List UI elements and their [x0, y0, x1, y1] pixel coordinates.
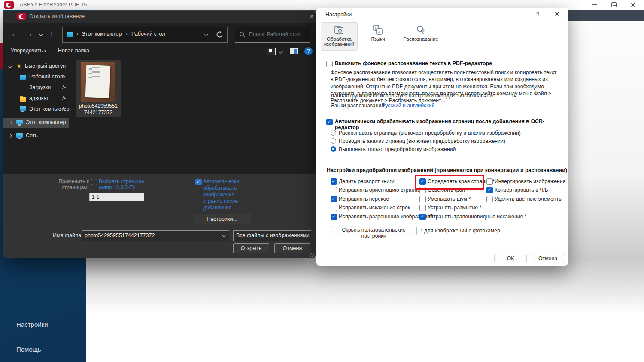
tab-languages[interactable]: Я A Языки — [363, 25, 393, 42]
view-mode-chevron-icon[interactable] — [279, 49, 283, 54]
abbyy-logo-icon — [4, 1, 14, 9]
star-icon: ★ — [16, 63, 22, 69]
tree-item-this-pc[interactable]: Этот компьютер — [3, 118, 69, 128]
open-dialog-close-icon[interactable]: ✕ — [309, 13, 314, 20]
filename-input[interactable]: photo5429595517442177372 — [82, 230, 229, 241]
tree-item-network[interactable]: Сеть — [3, 131, 69, 141]
expand-chevron-icon[interactable] — [8, 64, 12, 69]
cancel-button[interactable]: Отмена — [274, 243, 310, 253]
resize-grip[interactable] — [310, 253, 314, 257]
tree-item-this-pc-pinned[interactable]: Этот компьютер — [3, 104, 69, 115]
tree-item-advokat[interactable]: адвокат — [3, 94, 69, 104]
window-restore-button[interactable] — [611, 2, 617, 7]
dialog-help-icon[interactable]: ? — [536, 11, 539, 18]
highlight-red-box — [415, 175, 484, 190]
main-window-accent-edge — [0, 43, 3, 69]
nav-forward-icon[interactable]: → — [26, 30, 33, 38]
filetype-select[interactable]: Все файлы с изображениями — [233, 230, 311, 241]
divider — [3, 59, 316, 59]
network-icon — [16, 133, 23, 138]
pin-icon — [61, 106, 66, 111]
expand-chevron-icon[interactable] — [8, 134, 12, 138]
tree-item-quick-access[interactable]: ★ Быстрый доступ — [3, 61, 69, 72]
pin-icon — [61, 74, 66, 79]
ok-button[interactable]: ОК — [494, 254, 527, 263]
languages-icon: Я A — [373, 25, 383, 35]
tree-item-desktop[interactable]: Рабочий стол — [3, 72, 69, 82]
divider — [324, 159, 559, 159]
pages-range-input[interactable] — [89, 193, 144, 201]
recognition-icon — [415, 25, 426, 35]
tree-item-downloads[interactable]: ↓ Загрузки — [3, 83, 69, 93]
open-button[interactable]: Открыть — [233, 243, 269, 253]
view-mode-icon[interactable] — [267, 48, 276, 55]
window-minimize-button[interactable] — [592, 4, 597, 5]
nav-up-icon[interactable]: ↑ — [50, 30, 53, 38]
auto-process-label[interactable]: Автоматически обрабатывать изображения с… — [203, 178, 247, 211]
filename-dropdown-icon[interactable] — [222, 233, 226, 238]
search-box[interactable] — [235, 27, 310, 43]
sidebar-item-help[interactable]: Помощь — [16, 346, 41, 353]
main-window-edge — [0, 10, 3, 43]
file-name-line2: 7442177372 — [76, 109, 121, 115]
file-tile[interactable]: photo542959551 7442177372 — [76, 60, 121, 117]
radio-recognize-pages-label[interactable]: Распознавать страницы (включает предобра… — [339, 130, 521, 136]
location-icon — [67, 32, 73, 37]
window-close-button[interactable]: ✕ — [630, 1, 636, 9]
file-thumbnail — [81, 62, 115, 102]
tab-image-processing[interactable]: Обработка изображений — [321, 22, 358, 51]
background-ocr-checkbox[interactable] — [326, 61, 333, 67]
preprocessing-header: Настройки предобработки изображений (при… — [327, 167, 567, 173]
dialog-close-icon[interactable]: ✕ — [554, 10, 560, 18]
expand-chevron-icon[interactable] — [8, 121, 12, 125]
open-dialog-footer: Применить к страницам: Выбрать страницы … — [3, 174, 316, 258]
thumbnail-text-lines — [88, 67, 100, 78]
downloads-icon: ↓ — [20, 84, 26, 90]
desktop-icon — [20, 75, 26, 80]
divider — [324, 112, 559, 112]
select-pages-label[interactable]: Выбрать страницы (напр.: 2,3,5-7): — [99, 178, 144, 190]
radio-preprocess-only[interactable] — [331, 146, 336, 152]
radio-preprocess-only-label[interactable]: Выполнять только предобработку изображен… — [339, 146, 456, 153]
camera-footnote: * для изображений с фотокамер — [421, 227, 500, 234]
tab-recognition[interactable]: Распознавание — [399, 25, 442, 42]
sidebar-item-settings[interactable]: Настройки — [16, 321, 48, 328]
abbyy-logo-icon — [17, 13, 26, 20]
select-pages-checkbox[interactable] — [91, 179, 97, 185]
background-ocr-label[interactable]: Включить фоновое распознавание текста в … — [335, 60, 492, 66]
breadcrumb-this-pc[interactable]: Этот компьютер — [82, 31, 122, 37]
new-folder-button[interactable]: Новая папка — [58, 48, 89, 54]
settings-button[interactable]: Настройки... — [194, 214, 250, 224]
cancel-button[interactable]: Отмена — [532, 254, 564, 263]
hide-custom-settings-button[interactable]: Скрыть пользовательские настройки — [331, 226, 417, 235]
help-icon[interactable]: ? — [304, 47, 313, 55]
radio-analyze-pages[interactable] — [331, 138, 336, 144]
auto-process-ocr-label[interactable]: Автоматически обрабатывать изображения с… — [335, 118, 568, 130]
organize-menu[interactable]: Упорядочить ▾ — [11, 48, 46, 54]
recognition-languages-link[interactable]: Русский и английский — [382, 102, 434, 109]
address-bar[interactable]: › Этот компьютер › Рабочий стол — [62, 27, 228, 43]
apply-to-pages-label: Применить к страницам: — [57, 178, 89, 190]
radio-recognize-pages[interactable] — [331, 130, 336, 136]
computer-icon — [16, 120, 23, 124]
breadcrumb-sep: › — [76, 31, 78, 37]
file-name-line1: photo542959551 — [76, 103, 121, 109]
nav-back-icon[interactable]: ← — [11, 30, 18, 38]
filename-label: Имя файла: — [53, 232, 83, 238]
radio-analyze-pages-label[interactable]: Проводить анализ страниц (включает предо… — [339, 138, 505, 145]
search-input[interactable] — [248, 27, 306, 42]
auto-process-checkbox[interactable] — [195, 179, 202, 185]
address-dropdown-icon[interactable] — [204, 32, 209, 36]
open-dialog-titlebar: Открыть изображение ✕ — [3, 11, 316, 23]
nav-recent-chevron-icon[interactable] — [39, 32, 43, 36]
svg-text:A: A — [378, 30, 380, 34]
image-processing-icon — [334, 26, 345, 35]
open-dialog-title: Открыть изображение — [29, 13, 85, 19]
app-title: ABBYY FineReader PDF 15 — [20, 2, 87, 8]
organize-caret-icon: ▾ — [44, 49, 46, 53]
preview-pane-icon[interactable] — [290, 48, 298, 54]
auto-process-ocr-checkbox[interactable] — [326, 119, 333, 125]
computer-icon — [20, 106, 26, 111]
refresh-icon[interactable] — [216, 30, 224, 39]
breadcrumb-desktop[interactable]: Рабочий стол — [131, 31, 165, 37]
